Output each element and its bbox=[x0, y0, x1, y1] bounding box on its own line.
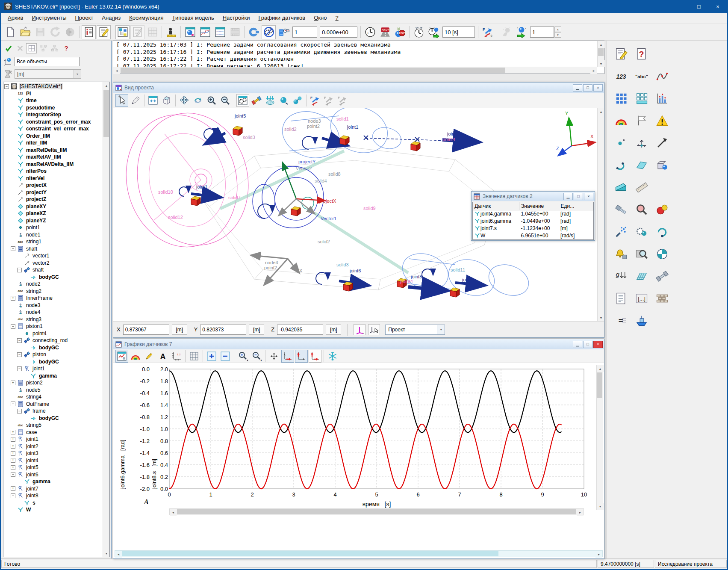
expand-icon[interactable]: + bbox=[11, 296, 15, 301]
tree-item[interactable]: bodyGC bbox=[4, 274, 102, 281]
scroll-down-icon[interactable]: ▼ bbox=[103, 550, 110, 557]
start-time-input[interactable] bbox=[320, 27, 357, 38]
tree-item-label[interactable]: joint2 bbox=[25, 443, 39, 449]
zoom-out-button[interactable] bbox=[219, 350, 232, 363]
scroll-down-icon[interactable]: ▼ bbox=[598, 314, 604, 321]
plane-tool-button[interactable] bbox=[633, 156, 651, 174]
scrollbar-thumb[interactable] bbox=[597, 372, 602, 398]
tree-item-label[interactable]: maxRelDelta_IIM bbox=[25, 147, 68, 153]
unit-select[interactable]: [m] ▼ bbox=[15, 69, 81, 79]
pan-button[interactable] bbox=[178, 94, 191, 107]
reload-button[interactable] bbox=[48, 25, 62, 39]
tree-item[interactable]: −joint1 bbox=[4, 365, 102, 372]
sensor-row[interactable]: joint4.gamma1.0455e+00[rad] bbox=[473, 210, 593, 218]
scroll-left-icon[interactable]: ◄ bbox=[115, 551, 122, 558]
z-coordinate-input[interactable] bbox=[277, 325, 323, 335]
tree-item-label[interactable]: string3 bbox=[25, 316, 42, 322]
x-unit-button[interactable]: [m] bbox=[172, 325, 187, 335]
window-close-button[interactable]: × bbox=[593, 84, 603, 92]
tree-item-label[interactable]: pseudotime bbox=[25, 105, 56, 111]
apply-button[interactable] bbox=[3, 43, 14, 53]
forces-button[interactable]: Fō bbox=[480, 25, 495, 39]
tree-item-label[interactable]: joint1 bbox=[25, 436, 39, 442]
tree-item[interactable]: point1 bbox=[4, 224, 102, 231]
tree-item[interactable]: −piston1 bbox=[4, 323, 102, 330]
tree-item[interactable]: vector2 bbox=[4, 260, 102, 267]
tree-item[interactable]: node4 bbox=[4, 309, 102, 316]
timer-run-button[interactable] bbox=[427, 25, 441, 39]
fit-view-button[interactable] bbox=[147, 94, 159, 107]
tree-item-label[interactable]: node3 bbox=[25, 302, 41, 308]
chart-window-caption[interactable]: Графики датчиков 7 ▁ □ × bbox=[113, 339, 604, 349]
menu-item-8[interactable]: Окно bbox=[309, 13, 331, 24]
scrollbar-thumb[interactable] bbox=[121, 68, 505, 73]
zoom-in-button[interactable] bbox=[205, 94, 218, 107]
tree-item-label[interactable]: nIterPos bbox=[25, 168, 47, 174]
probe-tool-button[interactable] bbox=[633, 245, 651, 263]
tree-item[interactable]: constraint_vel_error_max bbox=[4, 125, 102, 133]
number-tool-button[interactable]: 123 bbox=[612, 67, 630, 85]
zoom-xy-button[interactable] bbox=[309, 350, 321, 363]
tree-item-label[interactable]: W bbox=[25, 507, 32, 513]
measure-button[interactable] bbox=[164, 25, 178, 39]
menu-item-1[interactable]: Инструменты bbox=[27, 13, 71, 24]
tree-item-label[interactable]: joint6 bbox=[25, 472, 39, 478]
vector-tool-button[interactable] bbox=[653, 134, 671, 152]
alert-tool-button[interactable] bbox=[612, 245, 630, 263]
tree-item[interactable]: +joint3 bbox=[4, 450, 102, 457]
tree-item-label[interactable]: shaft bbox=[32, 267, 44, 273]
wall-tool-button[interactable] bbox=[653, 289, 671, 307]
duration-input[interactable] bbox=[442, 27, 475, 38]
font-button[interactable]: A bbox=[156, 350, 169, 363]
tree-item[interactable]: constraint_pos_error_max bbox=[4, 118, 102, 126]
tree-item[interactable]: nIter_IIM bbox=[4, 139, 102, 147]
solver-settings-button[interactable] bbox=[247, 25, 261, 39]
chart-settings-button[interactable] bbox=[115, 350, 128, 363]
tree-item[interactable]: gamma bbox=[4, 478, 102, 485]
tree-item-label[interactable]: [SHESTAKOV.elr*] bbox=[19, 83, 63, 89]
tree-item-label[interactable]: connecting_rod bbox=[32, 337, 68, 343]
tree-item[interactable]: +joint4 bbox=[4, 457, 102, 464]
gravity-tool-button[interactable]: g bbox=[612, 267, 630, 285]
tree-item-label[interactable]: joint3 bbox=[25, 450, 39, 456]
menu-item-3[interactable]: Анализ bbox=[97, 13, 125, 24]
y-unit-button[interactable]: [m] bbox=[249, 325, 264, 335]
save-button[interactable] bbox=[33, 25, 47, 39]
expand-icon[interactable]: + bbox=[11, 486, 15, 491]
tree-item-label[interactable]: planeXZ bbox=[25, 210, 47, 216]
expand-icon[interactable]: + bbox=[11, 458, 15, 463]
column-header[interactable]: Еди... bbox=[559, 202, 593, 210]
x-coordinate-input[interactable] bbox=[123, 325, 169, 335]
zoom-y-button[interactable] bbox=[295, 350, 308, 363]
window-restore-button[interactable]: □ bbox=[583, 341, 592, 348]
window-minimize-button[interactable]: ▁ bbox=[563, 193, 573, 200]
tree-item-label[interactable]: Order_IIM bbox=[25, 133, 51, 139]
tree-item[interactable]: node1 bbox=[4, 231, 102, 239]
z-unit-button[interactable]: [m] bbox=[326, 325, 341, 335]
column-header[interactable]: Значение bbox=[519, 202, 559, 210]
expand-icon[interactable]: + bbox=[11, 444, 15, 449]
tree-item-label[interactable]: piston bbox=[32, 351, 47, 357]
table-tool-button[interactable] bbox=[633, 89, 651, 107]
tree-item[interactable]: +piston2 bbox=[4, 379, 102, 387]
tree-item-label[interactable]: joint4 bbox=[25, 458, 39, 464]
tree-item-label[interactable]: node5 bbox=[25, 387, 41, 393]
notes-tool-button[interactable] bbox=[612, 45, 630, 63]
tree-item[interactable]: abcstring2 bbox=[4, 288, 102, 295]
tree-item-label[interactable]: node2 bbox=[25, 281, 41, 287]
tree-item[interactable]: node5 bbox=[4, 387, 102, 394]
tree-item-label[interactable]: bodyGC bbox=[38, 359, 60, 365]
clock-button[interactable]: 129 bbox=[363, 25, 377, 39]
sensor-window-caption[interactable]: Значения датчиков 2 ▁ □ × bbox=[472, 192, 595, 201]
tree-item-label[interactable]: point4 bbox=[32, 331, 47, 337]
tree-item[interactable]: abcstring1 bbox=[4, 238, 102, 245]
chart-vertical-scrollbar[interactable]: ▲ ▼ bbox=[596, 365, 603, 510]
ship-tool-button[interactable] bbox=[633, 312, 651, 330]
tree-item-label[interactable]: PI bbox=[25, 91, 32, 97]
tree-item[interactable]: planeYZ bbox=[4, 217, 102, 224]
scrollbar-thumb[interactable] bbox=[122, 551, 498, 556]
tree-item[interactable]: +joint1 bbox=[4, 436, 102, 443]
start-button[interactable]: Start bbox=[378, 25, 392, 39]
minimize-button[interactable]: – bbox=[671, 0, 690, 13]
tree-item-label[interactable]: IntegratorStep bbox=[25, 112, 62, 118]
